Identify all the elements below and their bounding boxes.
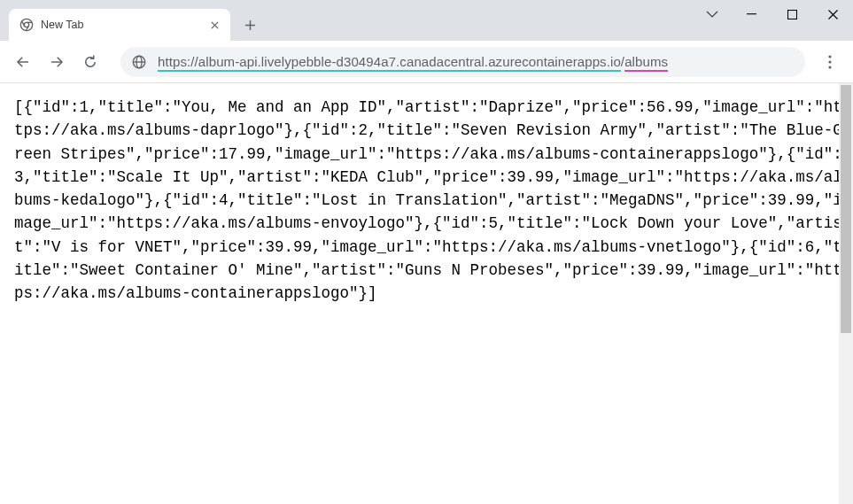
scrollbar-thumb[interactable]	[841, 85, 851, 333]
minimize-icon	[747, 13, 756, 15]
viewport: [{"id":1,"title":"You, Me and an App ID"…	[0, 83, 853, 504]
maximize-icon	[787, 10, 797, 19]
toolbar: https://album-api.livelypebble-d30494a7.…	[0, 41, 853, 83]
titlebar: New Tab	[0, 0, 853, 41]
window-controls	[697, 0, 853, 28]
scrollbar-track[interactable]	[839, 83, 853, 504]
svg-point-20	[828, 66, 831, 68]
plus-icon	[244, 19, 256, 31]
browser-menu-button[interactable]	[814, 46, 846, 78]
reload-icon	[82, 54, 98, 70]
arrow-right-icon	[49, 54, 65, 70]
close-icon	[828, 10, 838, 19]
url-path: albums	[624, 54, 668, 72]
arrow-left-icon	[15, 54, 31, 70]
globe-icon	[131, 54, 147, 70]
new-tab-button[interactable]	[237, 12, 262, 37]
window-close-button[interactable]	[812, 0, 853, 28]
minimize-button[interactable]	[731, 0, 772, 28]
response-body[interactable]: [{"id":1,"title":"You, Me and an App ID"…	[0, 83, 853, 504]
kebab-menu-icon	[828, 55, 832, 69]
back-button[interactable]	[7, 46, 39, 78]
url-host: https://album-api.livelypebble-d30494a7.…	[158, 54, 621, 72]
reload-button[interactable]	[74, 46, 106, 78]
tab-search-button[interactable]	[697, 0, 727, 28]
svg-rect-10	[787, 10, 796, 19]
tab-close-button[interactable]	[207, 18, 221, 32]
chrome-favicon-icon	[19, 18, 34, 32]
url-text: https://album-api.livelypebble-d30494a7.…	[158, 54, 668, 69]
chevron-down-icon	[706, 11, 718, 18]
svg-point-19	[828, 60, 831, 63]
svg-point-18	[828, 55, 831, 58]
address-bar[interactable]: https://album-api.livelypebble-d30494a7.…	[120, 47, 805, 77]
maximize-button[interactable]	[772, 0, 812, 28]
forward-button[interactable]	[41, 46, 73, 78]
tab-title: New Tab	[41, 19, 207, 31]
browser-tab[interactable]: New Tab	[9, 9, 230, 41]
close-icon	[211, 21, 219, 29]
